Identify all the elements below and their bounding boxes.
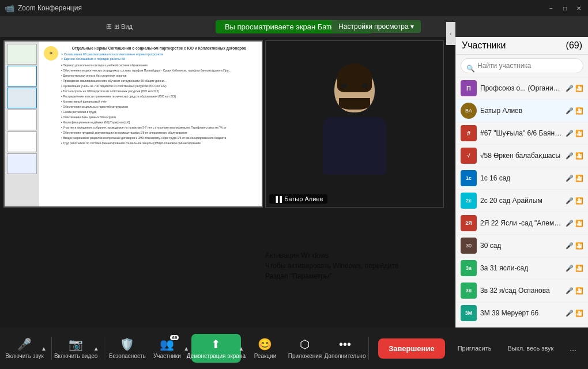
participant-item[interactable]: # #67 "Шуғыла" 6/6 Баян Сугур... 🎤 🎦 xyxy=(456,122,588,145)
content-area: ☀ Отдельные нормы Соглашения о социально… xyxy=(0,37,455,327)
slide-thumb-3[interactable] xyxy=(7,88,37,108)
demo-arrow[interactable]: ▲ xyxy=(239,345,244,352)
title-bar: 📹 Zoom Конференция − □ ✕ xyxy=(0,0,588,16)
activation-watermark: Активация Windows Чтобы активировать Win… xyxy=(265,250,399,281)
mute-all-button[interactable]: Выкл. весь звук xyxy=(502,341,560,355)
mic-icon: 🎤 xyxy=(566,242,574,250)
participants-button[interactable]: 👥 69 Участники xyxy=(148,334,186,363)
close-button[interactable]: ✕ xyxy=(574,3,583,13)
mic-icon: 🎤 xyxy=(566,220,574,227)
settings-button[interactable]: Настройки просмотра ▾ xyxy=(331,20,421,33)
participant-item[interactable]: 3а 3а 31 ясли-сад 🎤 🎦 xyxy=(456,257,588,280)
more-options-button[interactable]: ... xyxy=(564,340,582,356)
participant-item[interactable]: 4с 4с 40 сад 🎤 🎦 xyxy=(456,325,588,325)
sidebar-title: Участники xyxy=(462,40,506,51)
person-eyes xyxy=(341,84,368,88)
participant-item[interactable]: 3в 3в 32 я/сад Оспанова 🎤 🎦 xyxy=(456,280,588,302)
mic-active-icon: ▐▐ xyxy=(274,196,282,202)
participant-name: #67 "Шуғыла" 6/6 Баян Сугур... xyxy=(480,129,562,137)
participant-icons: 🎤 🎦 xyxy=(566,130,583,137)
slide-line: • Схема регрессии в труде xyxy=(61,110,257,115)
slide-line: • Обеспечение педагогических сотрудников… xyxy=(61,68,257,73)
participant-icons: 🎤 🎦 xyxy=(566,152,583,160)
mic-icon: 🎤 xyxy=(566,152,574,160)
avatar-initials: BA xyxy=(465,108,472,114)
video-panel: Низкая пропускная способность сети Батыр… xyxy=(265,40,444,208)
mute-all-label: Выкл. весь звук xyxy=(508,345,554,352)
toolbar: 🎤 Включить звук ▲ 📷 Включить видео ▲ 🛡️ … xyxy=(0,327,588,369)
video-icon: 🎦 xyxy=(575,242,583,250)
slide-thumb-1[interactable] xyxy=(7,44,37,65)
participant-name: √58 Өркен балабақшасы xyxy=(480,152,562,160)
video-icon: 🎦 xyxy=(575,197,583,205)
mic-icon: 🎤 xyxy=(566,175,574,182)
participant-item[interactable]: 1с 1с 16 сад 🎤 🎦 xyxy=(456,167,588,190)
search-input[interactable] xyxy=(461,58,583,73)
minimize-button[interactable]: − xyxy=(546,3,556,13)
video-icon: 🎦 xyxy=(575,265,583,272)
video-icon: 🎦 xyxy=(575,175,583,182)
slide-thumb-5[interactable] xyxy=(7,131,37,152)
mic-arrow[interactable]: ▲ xyxy=(41,345,47,352)
demo-label: Демонстрация экрана xyxy=(187,353,246,359)
mic-icon: 🎤 xyxy=(566,197,574,205)
screen-share-icon: ⬆ xyxy=(211,337,221,351)
maximize-button[interactable]: □ xyxy=(560,3,570,13)
slide-line: • Проведение квалификационного обучения … xyxy=(61,78,257,84)
participants-label: Участники xyxy=(153,353,181,359)
participants-sidebar: Участники (69) 🔍 П Профсоюз о... (Органи… xyxy=(455,37,588,327)
slide-subtitle2: > Единое соглашение о порядке работы бб xyxy=(61,57,257,61)
mic-icon: 🎤 xyxy=(566,130,574,137)
reactions-button[interactable]: 😊 Реакции xyxy=(246,334,284,363)
participant-avatar: 3в xyxy=(461,283,477,299)
reactions-label: Реакции xyxy=(254,353,277,359)
video-arrow[interactable]: ▲ xyxy=(93,345,99,352)
security-button[interactable]: 🛡️ Безопасность xyxy=(108,334,146,363)
video-button[interactable]: 📷 Включить видео xyxy=(56,334,96,363)
video-icon: 🎦 xyxy=(575,130,583,137)
sidebar-collapse-button[interactable]: ‹ xyxy=(446,22,455,45)
participant-name: 30 сад xyxy=(480,242,562,250)
slide-line: • Распределение власти применения технич… xyxy=(61,94,257,99)
sidebar-search-container: 🔍 xyxy=(456,55,588,77)
app-title: Zoom Конференция xyxy=(18,4,82,12)
participant-item[interactable]: BA Батыр Алиев 🎤 🎦 xyxy=(456,100,588,122)
participants-list: П Профсоюз о... (Организато, я) 🎤 🎦 BA Б… xyxy=(456,77,588,325)
slide-thumb-4[interactable] xyxy=(7,110,37,130)
more-button[interactable]: ••• Дополнительно xyxy=(326,334,364,363)
apps-label: Приложения xyxy=(288,353,322,359)
participant-item[interactable]: 3М 3М 39 Меруерт 66 🎤 🎦 xyxy=(456,302,588,325)
mic-icon: 🎤 xyxy=(566,287,574,295)
slide-thumb-2[interactable] xyxy=(7,66,37,86)
participant-item[interactable]: П Профсоюз о... (Организато, я) 🎤 🎦 xyxy=(456,77,588,100)
participant-name: Батыр Алиев xyxy=(480,107,562,115)
person-avatar xyxy=(303,66,406,182)
participant-name: 2Я 22 Ясли -сад "Алем" Аргинбае... xyxy=(480,219,562,227)
participant-item[interactable]: 2Я 2Я 22 Ясли -сад "Алем" Аргинбае... 🎤 … xyxy=(456,212,588,235)
activation-line1: Активация Windows xyxy=(265,250,399,261)
slide-line: • Обеспечение социальных гарантий сотруд… xyxy=(61,104,257,110)
mic-icon: 🎤 xyxy=(566,265,574,272)
end-call-button[interactable]: Завершение xyxy=(378,338,445,359)
slide-line: • Участие в заседаниях собрания, проводи… xyxy=(61,125,257,130)
slide-line: • Переход дошкольного сектора к учебной … xyxy=(61,63,257,68)
participant-item[interactable]: 2с 2с 20 сад Арайлым 🎤 🎦 xyxy=(456,190,588,212)
participant-item[interactable]: 30 30 сад 🎤 🎦 xyxy=(456,235,588,257)
eye-left xyxy=(341,84,347,88)
participant-avatar: 1с xyxy=(461,170,477,186)
apps-button[interactable]: ⬡ Приложения xyxy=(286,334,323,363)
view-button[interactable]: ⊞ ⊞ Вид xyxy=(106,22,133,31)
slide-thumb-6[interactable] xyxy=(7,153,37,174)
person-beard xyxy=(339,98,370,110)
mic-icon: 🎤 xyxy=(566,107,574,115)
participant-icons: 🎤 🎦 xyxy=(566,242,583,250)
invite-button[interactable]: Пригласить xyxy=(452,341,497,355)
mic-icon: 🎤 xyxy=(566,310,574,317)
participants-arrow[interactable]: ▲ xyxy=(183,345,189,352)
mic-button[interactable]: 🎤 Включить звук xyxy=(6,334,43,363)
presentation-slide[interactable]: ☀ Отдельные нормы Соглашения о социально… xyxy=(3,40,263,208)
participant-item[interactable]: √ √58 Өркен балабақшасы 🎤 🎦 xyxy=(456,145,588,167)
slide-line: • Обеспечение базы данных 6/6 нагрузок xyxy=(61,115,257,120)
participant-icons: 🎤 🎦 xyxy=(566,220,583,227)
demo-button[interactable]: ⬆ Демонстрация экрана xyxy=(191,334,240,363)
